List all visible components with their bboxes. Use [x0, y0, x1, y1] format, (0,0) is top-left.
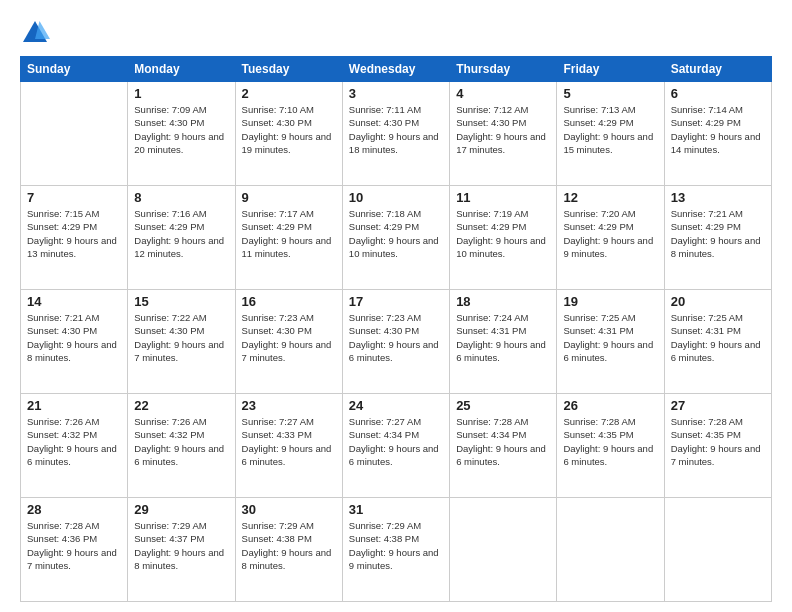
day-number: 2 — [242, 86, 336, 101]
day-cell — [450, 498, 557, 602]
day-cell: 22Sunrise: 7:26 AMSunset: 4:32 PMDayligh… — [128, 394, 235, 498]
day-cell: 17Sunrise: 7:23 AMSunset: 4:30 PMDayligh… — [342, 290, 449, 394]
day-number: 18 — [456, 294, 550, 309]
day-cell: 14Sunrise: 7:21 AMSunset: 4:30 PMDayligh… — [21, 290, 128, 394]
day-info: Sunrise: 7:28 AMSunset: 4:34 PMDaylight:… — [456, 415, 550, 468]
day-number: 9 — [242, 190, 336, 205]
week-row: 1Sunrise: 7:09 AMSunset: 4:30 PMDaylight… — [21, 82, 772, 186]
day-cell — [21, 82, 128, 186]
day-info: Sunrise: 7:20 AMSunset: 4:29 PMDaylight:… — [563, 207, 657, 260]
day-number: 16 — [242, 294, 336, 309]
day-cell: 13Sunrise: 7:21 AMSunset: 4:29 PMDayligh… — [664, 186, 771, 290]
day-info: Sunrise: 7:28 AMSunset: 4:35 PMDaylight:… — [671, 415, 765, 468]
day-number: 27 — [671, 398, 765, 413]
day-cell: 12Sunrise: 7:20 AMSunset: 4:29 PMDayligh… — [557, 186, 664, 290]
day-cell: 19Sunrise: 7:25 AMSunset: 4:31 PMDayligh… — [557, 290, 664, 394]
day-cell: 20Sunrise: 7:25 AMSunset: 4:31 PMDayligh… — [664, 290, 771, 394]
day-info: Sunrise: 7:24 AMSunset: 4:31 PMDaylight:… — [456, 311, 550, 364]
day-number: 14 — [27, 294, 121, 309]
day-cell: 16Sunrise: 7:23 AMSunset: 4:30 PMDayligh… — [235, 290, 342, 394]
day-info: Sunrise: 7:11 AMSunset: 4:30 PMDaylight:… — [349, 103, 443, 156]
day-info: Sunrise: 7:29 AMSunset: 4:37 PMDaylight:… — [134, 519, 228, 572]
day-cell: 25Sunrise: 7:28 AMSunset: 4:34 PMDayligh… — [450, 394, 557, 498]
day-cell: 11Sunrise: 7:19 AMSunset: 4:29 PMDayligh… — [450, 186, 557, 290]
day-info: Sunrise: 7:12 AMSunset: 4:30 PMDaylight:… — [456, 103, 550, 156]
weekday-header-row: SundayMondayTuesdayWednesdayThursdayFrid… — [21, 57, 772, 82]
day-number: 21 — [27, 398, 121, 413]
weekday-header: Monday — [128, 57, 235, 82]
day-cell: 7Sunrise: 7:15 AMSunset: 4:29 PMDaylight… — [21, 186, 128, 290]
day-info: Sunrise: 7:28 AMSunset: 4:35 PMDaylight:… — [563, 415, 657, 468]
day-number: 19 — [563, 294, 657, 309]
day-info: Sunrise: 7:21 AMSunset: 4:29 PMDaylight:… — [671, 207, 765, 260]
day-number: 30 — [242, 502, 336, 517]
day-number: 20 — [671, 294, 765, 309]
day-info: Sunrise: 7:22 AMSunset: 4:30 PMDaylight:… — [134, 311, 228, 364]
weekday-header: Wednesday — [342, 57, 449, 82]
day-cell: 29Sunrise: 7:29 AMSunset: 4:37 PMDayligh… — [128, 498, 235, 602]
day-number: 26 — [563, 398, 657, 413]
day-cell: 27Sunrise: 7:28 AMSunset: 4:35 PMDayligh… — [664, 394, 771, 498]
day-info: Sunrise: 7:27 AMSunset: 4:34 PMDaylight:… — [349, 415, 443, 468]
day-number: 17 — [349, 294, 443, 309]
day-info: Sunrise: 7:18 AMSunset: 4:29 PMDaylight:… — [349, 207, 443, 260]
day-cell: 28Sunrise: 7:28 AMSunset: 4:36 PMDayligh… — [21, 498, 128, 602]
week-row: 14Sunrise: 7:21 AMSunset: 4:30 PMDayligh… — [21, 290, 772, 394]
day-info: Sunrise: 7:23 AMSunset: 4:30 PMDaylight:… — [242, 311, 336, 364]
day-cell: 15Sunrise: 7:22 AMSunset: 4:30 PMDayligh… — [128, 290, 235, 394]
day-cell: 31Sunrise: 7:29 AMSunset: 4:38 PMDayligh… — [342, 498, 449, 602]
day-number: 28 — [27, 502, 121, 517]
day-number: 29 — [134, 502, 228, 517]
week-row: 28Sunrise: 7:28 AMSunset: 4:36 PMDayligh… — [21, 498, 772, 602]
logo — [20, 16, 54, 48]
day-number: 1 — [134, 86, 228, 101]
day-cell: 24Sunrise: 7:27 AMSunset: 4:34 PMDayligh… — [342, 394, 449, 498]
weekday-header: Friday — [557, 57, 664, 82]
day-number: 22 — [134, 398, 228, 413]
weekday-header: Tuesday — [235, 57, 342, 82]
day-info: Sunrise: 7:28 AMSunset: 4:36 PMDaylight:… — [27, 519, 121, 572]
day-cell: 2Sunrise: 7:10 AMSunset: 4:30 PMDaylight… — [235, 82, 342, 186]
day-cell — [664, 498, 771, 602]
calendar: SundayMondayTuesdayWednesdayThursdayFrid… — [20, 56, 772, 602]
day-cell: 21Sunrise: 7:26 AMSunset: 4:32 PMDayligh… — [21, 394, 128, 498]
day-number: 12 — [563, 190, 657, 205]
day-cell: 23Sunrise: 7:27 AMSunset: 4:33 PMDayligh… — [235, 394, 342, 498]
day-info: Sunrise: 7:15 AMSunset: 4:29 PMDaylight:… — [27, 207, 121, 260]
day-cell: 3Sunrise: 7:11 AMSunset: 4:30 PMDaylight… — [342, 82, 449, 186]
day-number: 7 — [27, 190, 121, 205]
day-info: Sunrise: 7:14 AMSunset: 4:29 PMDaylight:… — [671, 103, 765, 156]
day-cell: 1Sunrise: 7:09 AMSunset: 4:30 PMDaylight… — [128, 82, 235, 186]
day-number: 13 — [671, 190, 765, 205]
day-number: 31 — [349, 502, 443, 517]
day-info: Sunrise: 7:09 AMSunset: 4:30 PMDaylight:… — [134, 103, 228, 156]
day-number: 4 — [456, 86, 550, 101]
day-cell: 4Sunrise: 7:12 AMSunset: 4:30 PMDaylight… — [450, 82, 557, 186]
day-cell: 30Sunrise: 7:29 AMSunset: 4:38 PMDayligh… — [235, 498, 342, 602]
day-info: Sunrise: 7:29 AMSunset: 4:38 PMDaylight:… — [349, 519, 443, 572]
day-cell: 9Sunrise: 7:17 AMSunset: 4:29 PMDaylight… — [235, 186, 342, 290]
day-info: Sunrise: 7:21 AMSunset: 4:30 PMDaylight:… — [27, 311, 121, 364]
day-number: 23 — [242, 398, 336, 413]
day-info: Sunrise: 7:16 AMSunset: 4:29 PMDaylight:… — [134, 207, 228, 260]
weekday-header: Sunday — [21, 57, 128, 82]
day-info: Sunrise: 7:25 AMSunset: 4:31 PMDaylight:… — [671, 311, 765, 364]
day-cell: 26Sunrise: 7:28 AMSunset: 4:35 PMDayligh… — [557, 394, 664, 498]
week-row: 7Sunrise: 7:15 AMSunset: 4:29 PMDaylight… — [21, 186, 772, 290]
day-info: Sunrise: 7:29 AMSunset: 4:38 PMDaylight:… — [242, 519, 336, 572]
day-cell: 8Sunrise: 7:16 AMSunset: 4:29 PMDaylight… — [128, 186, 235, 290]
page: SundayMondayTuesdayWednesdayThursdayFrid… — [0, 0, 792, 612]
weekday-header: Thursday — [450, 57, 557, 82]
logo-icon — [20, 18, 50, 48]
day-info: Sunrise: 7:26 AMSunset: 4:32 PMDaylight:… — [27, 415, 121, 468]
svg-marker-1 — [35, 21, 50, 39]
day-info: Sunrise: 7:26 AMSunset: 4:32 PMDaylight:… — [134, 415, 228, 468]
day-number: 8 — [134, 190, 228, 205]
day-info: Sunrise: 7:25 AMSunset: 4:31 PMDaylight:… — [563, 311, 657, 364]
day-info: Sunrise: 7:19 AMSunset: 4:29 PMDaylight:… — [456, 207, 550, 260]
day-number: 24 — [349, 398, 443, 413]
day-cell: 10Sunrise: 7:18 AMSunset: 4:29 PMDayligh… — [342, 186, 449, 290]
day-cell — [557, 498, 664, 602]
day-number: 5 — [563, 86, 657, 101]
day-number: 3 — [349, 86, 443, 101]
